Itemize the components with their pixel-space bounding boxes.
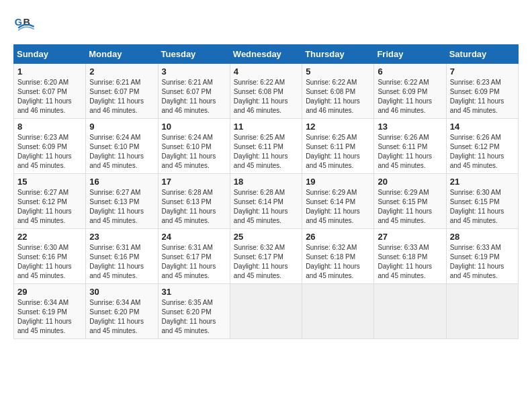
calendar-cell: 26 Sunrise: 6:32 AMSunset: 6:18 PMDaylig… <box>302 229 374 284</box>
day-info: Sunrise: 6:22 AMSunset: 6:09 PMDaylight:… <box>378 79 432 114</box>
calendar-cell: 18 Sunrise: 6:28 AMSunset: 6:14 PMDaylig… <box>230 174 302 229</box>
weekday-header-saturday: Saturday <box>446 45 518 64</box>
calendar-cell: 30 Sunrise: 6:34 AMSunset: 6:20 PMDaylig… <box>86 284 158 339</box>
day-info: Sunrise: 6:31 AMSunset: 6:16 PMDaylight:… <box>89 244 144 279</box>
day-info: Sunrise: 6:25 AMSunset: 6:11 PMDaylight:… <box>306 134 360 169</box>
day-info: Sunrise: 6:33 AMSunset: 6:19 PMDaylight:… <box>450 244 504 279</box>
calendar-cell: 29 Sunrise: 6:34 AMSunset: 6:19 PMDaylig… <box>14 284 86 339</box>
calendar-cell: 19 Sunrise: 6:29 AMSunset: 6:14 PMDaylig… <box>302 174 374 229</box>
calendar-week-row: 1 Sunrise: 6:20 AMSunset: 6:07 PMDayligh… <box>14 64 519 119</box>
day-info: Sunrise: 6:28 AMSunset: 6:13 PMDaylight:… <box>162 189 216 224</box>
day-number: 6 <box>378 66 442 77</box>
day-info: Sunrise: 6:30 AMSunset: 6:15 PMDaylight:… <box>450 189 504 224</box>
day-info: Sunrise: 6:27 AMSunset: 6:13 PMDaylight:… <box>89 189 144 224</box>
weekday-header-row: SundayMondayTuesdayWednesdayThursdayFrid… <box>14 45 519 64</box>
calendar-cell: 14 Sunrise: 6:26 AMSunset: 6:12 PMDaylig… <box>446 119 518 174</box>
calendar-cell: 12 Sunrise: 6:25 AMSunset: 6:11 PMDaylig… <box>302 119 374 174</box>
day-number: 28 <box>450 232 515 242</box>
day-number: 3 <box>162 66 226 77</box>
day-number: 29 <box>17 287 82 297</box>
day-info: Sunrise: 6:35 AMSunset: 6:20 PMDaylight:… <box>162 299 216 334</box>
calendar-cell <box>446 284 518 339</box>
day-number: 7 <box>450 66 515 77</box>
calendar-cell: 9 Sunrise: 6:24 AMSunset: 6:10 PMDayligh… <box>86 119 158 174</box>
calendar-week-row: 8 Sunrise: 6:23 AMSunset: 6:09 PMDayligh… <box>14 119 519 174</box>
weekday-header-thursday: Thursday <box>302 45 374 64</box>
calendar-cell: 27 Sunrise: 6:33 AMSunset: 6:18 PMDaylig… <box>374 229 446 284</box>
calendar-cell: 10 Sunrise: 6:24 AMSunset: 6:10 PMDaylig… <box>158 119 230 174</box>
calendar-cell: 28 Sunrise: 6:33 AMSunset: 6:19 PMDaylig… <box>446 229 518 284</box>
calendar-cell: 4 Sunrise: 6:22 AMSunset: 6:08 PMDayligh… <box>230 64 302 119</box>
day-info: Sunrise: 6:29 AMSunset: 6:15 PMDaylight:… <box>378 189 432 224</box>
day-info: Sunrise: 6:21 AMSunset: 6:07 PMDaylight:… <box>162 79 216 114</box>
calendar-cell: 20 Sunrise: 6:29 AMSunset: 6:15 PMDaylig… <box>374 174 446 229</box>
day-number: 22 <box>17 232 82 242</box>
day-info: Sunrise: 6:22 AMSunset: 6:08 PMDaylight:… <box>306 79 360 114</box>
day-number: 18 <box>234 177 298 187</box>
day-number: 26 <box>306 232 370 242</box>
day-number: 27 <box>378 232 442 242</box>
day-number: 25 <box>234 232 298 242</box>
calendar-cell <box>230 284 302 339</box>
calendar-cell: 23 Sunrise: 6:31 AMSunset: 6:16 PMDaylig… <box>86 229 158 284</box>
day-number: 2 <box>89 66 154 77</box>
day-info: Sunrise: 6:28 AMSunset: 6:14 PMDaylight:… <box>234 189 288 224</box>
calendar-cell: 17 Sunrise: 6:28 AMSunset: 6:13 PMDaylig… <box>158 174 230 229</box>
day-number: 31 <box>162 287 226 297</box>
calendar-cell: 7 Sunrise: 6:23 AMSunset: 6:09 PMDayligh… <box>446 64 518 119</box>
svg-text:B: B <box>23 17 30 28</box>
day-number: 9 <box>89 122 154 132</box>
calendar-cell: 2 Sunrise: 6:21 AMSunset: 6:07 PMDayligh… <box>86 64 158 119</box>
logo-icon: G B <box>13 13 38 38</box>
day-number: 20 <box>378 177 442 187</box>
day-number: 30 <box>89 287 154 297</box>
day-number: 23 <box>89 232 154 242</box>
day-info: Sunrise: 6:26 AMSunset: 6:12 PMDaylight:… <box>450 134 504 169</box>
calendar-table: SundayMondayTuesdayWednesdayThursdayFrid… <box>13 44 519 339</box>
day-info: Sunrise: 6:31 AMSunset: 6:17 PMDaylight:… <box>162 244 216 279</box>
calendar-cell: 16 Sunrise: 6:27 AMSunset: 6:13 PMDaylig… <box>86 174 158 229</box>
day-info: Sunrise: 6:20 AMSunset: 6:07 PMDaylight:… <box>17 79 72 114</box>
day-number: 12 <box>306 122 370 132</box>
calendar-cell: 6 Sunrise: 6:22 AMSunset: 6:09 PMDayligh… <box>374 64 446 119</box>
day-number: 5 <box>306 66 370 77</box>
calendar-cell: 1 Sunrise: 6:20 AMSunset: 6:07 PMDayligh… <box>14 64 86 119</box>
day-number: 24 <box>162 232 226 242</box>
day-number: 11 <box>234 122 298 132</box>
weekday-header-monday: Monday <box>86 45 158 64</box>
day-info: Sunrise: 6:24 AMSunset: 6:10 PMDaylight:… <box>89 134 144 169</box>
day-number: 1 <box>17 66 82 77</box>
calendar-cell: 22 Sunrise: 6:30 AMSunset: 6:16 PMDaylig… <box>14 229 86 284</box>
day-number: 13 <box>378 122 442 132</box>
calendar-cell: 15 Sunrise: 6:27 AMSunset: 6:12 PMDaylig… <box>14 174 86 229</box>
page-header: G B <box>13 13 519 38</box>
day-info: Sunrise: 6:21 AMSunset: 6:07 PMDaylight:… <box>89 79 144 114</box>
day-number: 14 <box>450 122 515 132</box>
day-info: Sunrise: 6:23 AMSunset: 6:09 PMDaylight:… <box>17 134 72 169</box>
weekday-header-wednesday: Wednesday <box>230 45 302 64</box>
day-number: 19 <box>306 177 370 187</box>
day-number: 10 <box>162 122 226 132</box>
calendar-cell: 25 Sunrise: 6:32 AMSunset: 6:17 PMDaylig… <box>230 229 302 284</box>
day-info: Sunrise: 6:29 AMSunset: 6:14 PMDaylight:… <box>306 189 360 224</box>
day-info: Sunrise: 6:34 AMSunset: 6:19 PMDaylight:… <box>17 299 72 334</box>
day-number: 4 <box>234 66 298 77</box>
day-number: 15 <box>17 177 82 187</box>
day-info: Sunrise: 6:27 AMSunset: 6:12 PMDaylight:… <box>17 189 72 224</box>
day-info: Sunrise: 6:26 AMSunset: 6:11 PMDaylight:… <box>378 134 432 169</box>
calendar-cell: 11 Sunrise: 6:25 AMSunset: 6:11 PMDaylig… <box>230 119 302 174</box>
day-info: Sunrise: 6:33 AMSunset: 6:18 PMDaylight:… <box>378 244 432 279</box>
calendar-week-row: 15 Sunrise: 6:27 AMSunset: 6:12 PMDaylig… <box>14 174 519 229</box>
day-number: 8 <box>17 122 82 132</box>
calendar-cell: 3 Sunrise: 6:21 AMSunset: 6:07 PMDayligh… <box>158 64 230 119</box>
day-info: Sunrise: 6:23 AMSunset: 6:09 PMDaylight:… <box>450 79 504 114</box>
day-info: Sunrise: 6:30 AMSunset: 6:16 PMDaylight:… <box>17 244 72 279</box>
day-number: 21 <box>450 177 515 187</box>
calendar-cell: 13 Sunrise: 6:26 AMSunset: 6:11 PMDaylig… <box>374 119 446 174</box>
weekday-header-friday: Friday <box>374 45 446 64</box>
day-number: 16 <box>89 177 154 187</box>
logo: G B <box>13 13 40 38</box>
calendar-week-row: 22 Sunrise: 6:30 AMSunset: 6:16 PMDaylig… <box>14 229 519 284</box>
weekday-header-sunday: Sunday <box>14 45 86 64</box>
day-info: Sunrise: 6:25 AMSunset: 6:11 PMDaylight:… <box>234 134 288 169</box>
